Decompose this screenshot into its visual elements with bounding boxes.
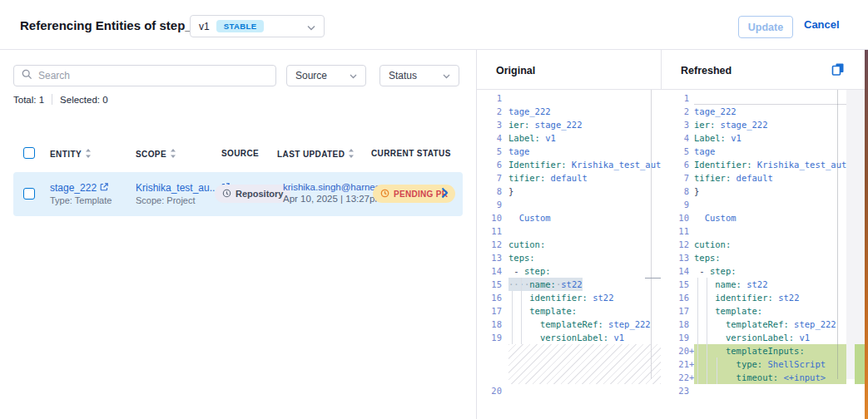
referencing-entities-dialog: Referencing Entities of step_222 v1 STAB… <box>0 0 868 419</box>
indent-guide <box>521 304 522 318</box>
code-line: 18 templateRef: step_222 <box>477 318 661 331</box>
diff-header: Original Refreshed <box>477 50 868 90</box>
repository-icon <box>222 189 231 200</box>
total-count: Total: 1 <box>13 95 44 105</box>
search-placeholder: Search <box>38 70 70 81</box>
code-line: 10 Custom <box>477 211 661 224</box>
table-row[interactable]: stage_222 Type: Template Krishika_test_a… <box>13 172 463 216</box>
row-expand-chevron[interactable] <box>441 187 449 202</box>
indent-guide <box>717 357 717 371</box>
code-line: 12cution: <box>661 238 846 251</box>
version-select[interactable]: v1 STABLE <box>190 15 325 37</box>
hatch-placeholder <box>477 344 661 384</box>
update-button[interactable]: Update <box>738 16 793 38</box>
diff-code-area: 12tage_2223ier: stage_2224Label: v15tage… <box>477 90 868 419</box>
entity-link[interactable]: stage_222 <box>50 182 112 194</box>
indent-guide <box>512 318 513 331</box>
source-pill: Repository <box>215 185 290 203</box>
ruler-added-mark <box>855 344 865 384</box>
code-line: 21+ type: ShellScript <box>661 357 846 371</box>
column-last-updated: LAST UPDATED <box>277 149 355 160</box>
sort-icon[interactable] <box>348 149 355 160</box>
code-line: 12cution: <box>477 238 661 251</box>
status-filter-dropdown[interactable]: Status <box>379 65 459 86</box>
code-line: 3ier: stage_222 <box>661 118 846 131</box>
code-line: 11 <box>661 224 846 238</box>
diff-sash <box>651 90 652 379</box>
search-icon <box>22 68 32 83</box>
code-line: 23 <box>661 384 846 397</box>
refreshed-panel-title: Refreshed <box>681 65 732 76</box>
updated-by: krishika.singh@harnes... <box>283 182 388 192</box>
version-label: v1 <box>199 21 210 32</box>
code-line: 9 <box>477 198 661 211</box>
chevron-down-icon <box>307 19 315 34</box>
indent-guide <box>697 344 698 357</box>
indent-guide <box>697 278 698 291</box>
copy-icon[interactable] <box>831 62 845 79</box>
code-line: 15····name:·st22 <box>477 278 661 291</box>
code-line: 19 versionLabel: v1 <box>477 331 661 344</box>
indent-guide <box>697 304 698 318</box>
column-entity: ENTITY <box>50 149 92 160</box>
column-scope: SCOPE <box>136 149 176 160</box>
indent-guide <box>697 331 698 344</box>
code-line: 10 Custom <box>661 211 846 224</box>
entity-cell: stage_222 Type: Template <box>50 182 112 205</box>
code-line: 5tage <box>477 145 661 158</box>
indent-guide <box>707 331 707 344</box>
chevron-down-icon <box>350 70 357 81</box>
selected-count: Selected: 0 <box>60 95 108 105</box>
indent-guide <box>697 371 698 384</box>
cancel-button[interactable]: Cancel <box>804 18 840 31</box>
indent-guide <box>707 318 707 331</box>
code-line: 4Label: v1 <box>477 131 661 145</box>
entity-type: Type: Template <box>50 195 112 205</box>
indent-guide <box>707 291 707 304</box>
indent-guide <box>521 331 522 344</box>
code-line: 3ier: stage_222 <box>477 118 661 131</box>
overview-ruler[interactable] <box>846 90 865 379</box>
code-line: 9 <box>661 198 846 211</box>
source-filter-dropdown[interactable]: Source <box>286 65 366 86</box>
indent-guide <box>512 331 513 344</box>
chevron-down-icon <box>443 70 450 81</box>
code-line: 11 <box>477 224 661 238</box>
indent-guide <box>717 371 717 384</box>
code-line: 16 identifier: st22 <box>661 291 846 304</box>
yaml-diff-viewer: Original Refreshed 12tage_2223ier: stage… <box>476 50 868 419</box>
code-line: 8} <box>661 185 846 198</box>
indent-guide <box>707 344 707 357</box>
table-header: ENTITY SCOPE SOURCE LAST UPDATED CURRENT… <box>0 144 463 165</box>
indent-guide <box>521 318 522 331</box>
code-line: 22+ timeout: <+input> <box>661 371 846 384</box>
indent-guide <box>697 291 698 304</box>
code-line: 1 <box>477 91 661 105</box>
select-all-checkbox[interactable] <box>23 147 35 159</box>
code-line: 6Identifier: Krishika_test_aut <box>477 158 661 171</box>
code-line: 14 - step: <box>477 264 661 278</box>
indent-guide <box>707 304 707 318</box>
code-line: 18 templateRef: step_222 <box>661 318 846 331</box>
code-line: 1 <box>661 91 846 105</box>
code-line: 4Label: v1 <box>661 131 846 145</box>
code-line: 7tifier: default <box>661 171 846 185</box>
search-input[interactable]: Search <box>13 65 276 86</box>
refreshed-code-panel: 12tage_2223ier: stage_2224Label: v15tage… <box>661 90 846 419</box>
row-checkbox[interactable] <box>23 188 35 200</box>
code-line: 13teps: <box>661 251 846 264</box>
code-line: 20+ templateInputs: <box>661 344 846 357</box>
indent-guide <box>697 318 698 331</box>
original-code-panel: 12tage_2223ier: stage_2224Label: v15tage… <box>477 90 661 419</box>
code-line: 17 template: <box>477 304 661 318</box>
sort-icon[interactable] <box>85 149 92 160</box>
indent-guide <box>707 357 707 371</box>
indent-guide <box>512 304 513 318</box>
code-line: 19 versionLabel: v1 <box>661 331 846 344</box>
code-line: 7tifier: default <box>477 171 661 185</box>
indent-guide <box>512 291 513 304</box>
dialog-header: Referencing Entities of step_222 v1 STAB… <box>0 0 868 50</box>
code-line: 14 - step: <box>661 264 846 278</box>
sort-icon[interactable] <box>170 149 176 160</box>
divider <box>661 50 662 90</box>
